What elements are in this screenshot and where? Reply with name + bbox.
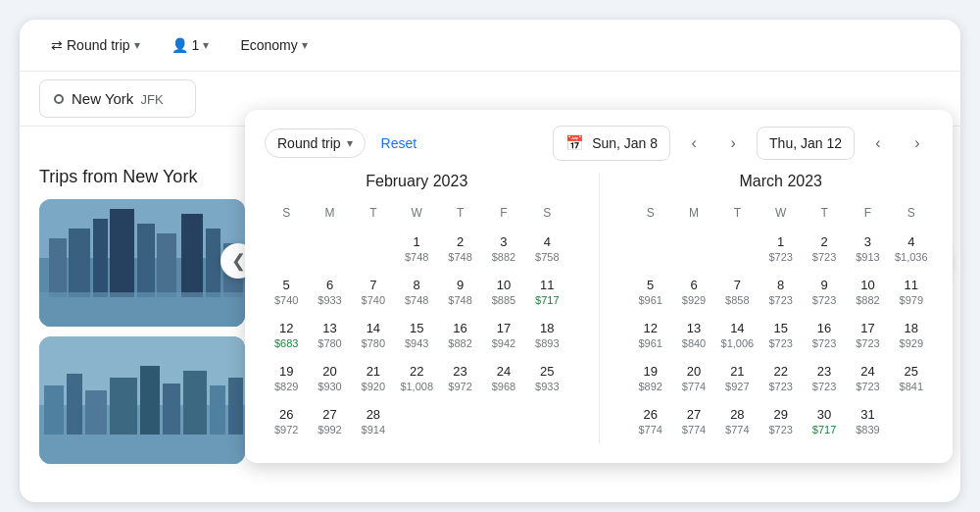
svg-rect-7 — [157, 233, 176, 297]
round-trip-button[interactable]: ⇄ Round trip ▾ — [39, 31, 152, 59]
end-date-prev[interactable]: ‹ — [862, 128, 894, 159]
day-cell[interactable]: 17$942 — [482, 317, 525, 354]
day-number: 11 — [905, 278, 918, 294]
day-cell[interactable]: 12$683 — [265, 317, 308, 354]
trip-card-1[interactable] — [39, 199, 245, 327]
day-cell[interactable]: 7$858 — [715, 274, 759, 311]
day-price: $717 — [812, 424, 836, 436]
end-date-next[interactable]: › — [902, 128, 933, 159]
day-cell[interactable]: 13$780 — [308, 317, 351, 354]
day-cell[interactable]: 3$913 — [846, 230, 889, 268]
trip-type-label: Round trip — [277, 135, 341, 151]
day-cell[interactable]: 21$927 — [715, 360, 759, 397]
day-cell[interactable]: 2$748 — [438, 230, 481, 268]
origin-input[interactable]: New York JFK — [39, 79, 196, 118]
day-cell[interactable]: 25$933 — [525, 360, 568, 397]
svg-rect-21 — [210, 385, 225, 435]
day-cell[interactable]: 13$840 — [672, 317, 715, 354]
day-cell[interactable]: 22$723 — [760, 360, 803, 397]
day-cell[interactable]: 22$1,008 — [395, 360, 438, 397]
left-arrow-icon: ❮ — [231, 250, 246, 272]
day-cell[interactable]: 6$929 — [672, 274, 715, 311]
start-date-next[interactable]: › — [717, 128, 749, 159]
day-cell[interactable]: 27$992 — [308, 403, 351, 440]
day-cell[interactable]: 21$920 — [352, 360, 395, 397]
day-cell[interactable]: 31$839 — [846, 403, 889, 440]
day-cell[interactable]: 1$723 — [760, 230, 803, 268]
svg-rect-18 — [140, 366, 160, 435]
day-header: F — [482, 202, 525, 228]
day-price: $748 — [448, 294, 471, 307]
day-cell[interactable]: 9$723 — [803, 274, 846, 311]
day-cell[interactable]: 5$961 — [629, 274, 672, 311]
day-cell[interactable]: 7$740 — [352, 274, 395, 311]
day-cell[interactable]: 20$774 — [672, 360, 715, 397]
day-cell[interactable]: 16$723 — [803, 317, 846, 354]
day-cell[interactable]: 19$892 — [629, 360, 672, 397]
day-cell[interactable]: 6$933 — [308, 274, 351, 311]
trip-card-img-2 — [39, 336, 245, 464]
day-cell[interactable]: 10$885 — [482, 274, 525, 311]
cabin-button[interactable]: Economy ▾ — [228, 31, 318, 59]
passengers-count: 1 — [192, 37, 200, 53]
day-price: $774 — [682, 381, 706, 393]
day-price: $961 — [638, 337, 662, 350]
day-cell[interactable]: 26$972 — [265, 403, 308, 440]
day-cell[interactable]: 17$723 — [846, 317, 889, 354]
start-date-pill[interactable]: 📅 Sun, Jan 8 — [553, 126, 670, 161]
day-number: 22 — [410, 364, 423, 381]
day-cell[interactable]: 23$972 — [438, 360, 481, 397]
day-cell[interactable]: 18$929 — [890, 317, 933, 354]
svg-rect-14 — [44, 385, 64, 435]
trip-card-2[interactable] — [39, 336, 245, 464]
day-cell[interactable]: 25$841 — [890, 360, 933, 397]
day-price: $717 — [535, 294, 559, 307]
day-cell[interactable]: 28$774 — [715, 403, 759, 440]
day-cell[interactable]: 1$748 — [395, 230, 438, 268]
day-cell[interactable]: 11$979 — [890, 274, 933, 311]
calendar-2: March 2023SMTWTFS1$7232$7233$9134$1,0365… — [629, 173, 934, 443]
day-cell[interactable]: 30$717 — [803, 403, 846, 440]
end-date-pill[interactable]: Thu, Jan 12 — [757, 127, 855, 160]
day-cell[interactable]: 19$829 — [265, 360, 308, 397]
day-cell[interactable]: 14$1,006 — [715, 317, 759, 354]
day-price: $930 — [318, 381, 341, 393]
cabin-chevron: ▾ — [302, 38, 308, 52]
day-cell[interactable]: 28$914 — [352, 403, 395, 440]
day-price: $748 — [405, 294, 428, 307]
day-cell[interactable]: 15$723 — [760, 317, 803, 354]
start-date-prev[interactable]: ‹ — [678, 128, 710, 159]
day-cell[interactable]: 4$1,036 — [890, 230, 933, 268]
day-number: 2 — [457, 234, 464, 251]
day-cell[interactable]: 16$882 — [438, 317, 481, 354]
day-cell[interactable]: 14$780 — [352, 317, 395, 354]
day-cell[interactable]: 18$893 — [525, 317, 568, 354]
day-number: 24 — [497, 364, 511, 381]
reset-button[interactable]: Reset — [381, 135, 417, 151]
day-price: $943 — [405, 337, 428, 350]
day-cell[interactable]: 2$723 — [803, 230, 846, 268]
day-price: $882 — [856, 294, 879, 307]
day-cell[interactable]: 29$723 — [760, 403, 803, 440]
day-cell[interactable]: 15$943 — [395, 317, 438, 354]
day-cell[interactable]: 24$968 — [482, 360, 525, 397]
day-cell[interactable]: 10$882 — [846, 274, 889, 311]
trip-type-chevron: ▾ — [347, 136, 353, 150]
day-cell[interactable]: 3$882 — [482, 230, 525, 268]
day-number: 9 — [820, 278, 827, 294]
day-cell[interactable]: 27$774 — [672, 403, 715, 440]
day-cell[interactable]: 20$930 — [308, 360, 351, 397]
day-cell[interactable]: 9$748 — [438, 274, 481, 311]
trip-type-selector[interactable]: Round trip ▾ — [265, 128, 366, 158]
day-cell[interactable]: 26$774 — [629, 403, 672, 440]
passengers-button[interactable]: 👤 1 ▾ — [160, 31, 221, 59]
day-price: $748 — [405, 251, 428, 264]
day-cell[interactable]: 4$758 — [525, 230, 568, 268]
day-cell[interactable]: 8$723 — [760, 274, 803, 311]
day-cell[interactable]: 23$723 — [803, 360, 846, 397]
day-cell[interactable]: 5$740 — [265, 274, 308, 311]
day-cell[interactable]: 24$723 — [846, 360, 889, 397]
day-cell[interactable]: 8$748 — [395, 274, 438, 311]
day-cell[interactable]: 11$717 — [525, 274, 568, 311]
day-cell[interactable]: 12$961 — [629, 317, 672, 354]
